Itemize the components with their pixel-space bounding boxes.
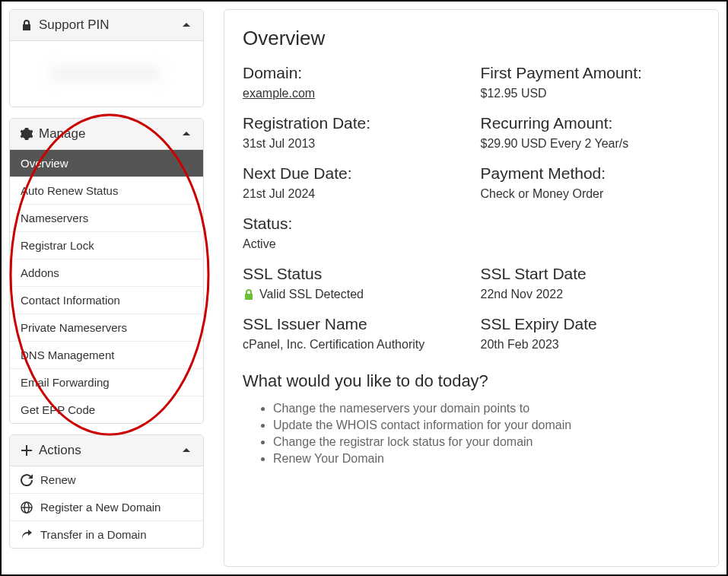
lock-icon xyxy=(21,19,33,31)
manage-panel: Manage OverviewAuto Renew StatusNameserv… xyxy=(9,118,204,424)
sidebar: Support PIN XXXXXXXX Manage xyxy=(9,9,204,567)
manage-item-registrar-lock[interactable]: Registrar Lock xyxy=(10,232,203,259)
due-date-value: 21st Jul 2024 xyxy=(243,187,463,201)
ssl-expiry-value: 20th Feb 2023 xyxy=(481,338,701,352)
domain-link[interactable]: example.com xyxy=(243,87,315,100)
first-payment-value: $12.95 USD xyxy=(481,87,701,100)
refresh-icon xyxy=(21,474,33,486)
ssl-status-block: SSL Status Valid SSL Detected xyxy=(243,265,463,301)
action-item-label: Register a New Domain xyxy=(40,501,161,514)
manage-item-overview[interactable]: Overview xyxy=(10,150,203,177)
support-pin-body: XXXXXXXX xyxy=(10,41,203,107)
todo-item[interactable]: Renew Your Domain xyxy=(273,452,700,466)
status-block: Status: Active xyxy=(243,215,700,251)
payment-method-value: Check or Money Order xyxy=(481,187,701,201)
manage-item-dns-management[interactable]: DNS Management xyxy=(10,342,203,369)
ssl-start-block: SSL Start Date 22nd Nov 2022 xyxy=(481,265,701,301)
chevron-up-icon xyxy=(180,444,192,457)
actions-panel: Actions RenewRegister a New DomainTransf… xyxy=(9,434,204,549)
manage-title: Manage xyxy=(39,126,85,142)
ssl-expiry-label: SSL Expiry Date xyxy=(481,315,701,333)
manage-item-auto-renew-status[interactable]: Auto Renew Status xyxy=(10,177,203,205)
reg-date-value: 31st Jul 2013 xyxy=(243,137,463,151)
manage-menu: OverviewAuto Renew StatusNameserversRegi… xyxy=(10,150,203,423)
manage-header[interactable]: Manage xyxy=(10,119,203,150)
domain-label: Domain: xyxy=(243,64,463,82)
reg-date-block: Registration Date: 31st Jul 2013 xyxy=(243,114,463,151)
action-item-label: Transfer in a Domain xyxy=(40,528,147,541)
support-pin-header[interactable]: Support PIN xyxy=(10,10,203,41)
due-date-block: Next Due Date: 21st Jul 2024 xyxy=(243,164,463,201)
action-item-label: Renew xyxy=(40,473,76,486)
chevron-up-icon xyxy=(180,19,192,31)
todo-item[interactable]: Change the nameservers your domain point… xyxy=(273,402,700,415)
first-payment-label: First Payment Amount: xyxy=(481,64,701,82)
payment-method-label: Payment Method: xyxy=(481,164,701,183)
ssl-status-value: Valid SSL Detected xyxy=(259,288,364,301)
actions-menu: RenewRegister a New DomainTransfer in a … xyxy=(10,466,203,548)
due-date-label: Next Due Date: xyxy=(243,164,463,183)
todo-item[interactable]: Update the WHOIS contact information for… xyxy=(273,418,700,432)
padlock-green-icon xyxy=(243,288,255,301)
ssl-issuer-value: cPanel, Inc. Certification Authority xyxy=(243,338,463,352)
first-payment-block: First Payment Amount: $12.95 USD xyxy=(481,64,701,100)
status-value: Active xyxy=(243,237,700,251)
manage-item-contact-information[interactable]: Contact Information xyxy=(10,287,203,314)
todo-prompt: What would you like to do today? xyxy=(243,371,700,391)
action-item-transfer-in-a-domain[interactable]: Transfer in a Domain xyxy=(10,521,203,548)
ssl-status-label: SSL Status xyxy=(243,265,463,283)
manage-item-get-epp-code[interactable]: Get EPP Code xyxy=(10,396,203,423)
domain-block: Domain: example.com xyxy=(243,64,463,100)
page-title: Overview xyxy=(243,27,700,50)
support-pin-panel: Support PIN XXXXXXXX xyxy=(9,9,204,107)
plus-icon xyxy=(21,444,33,457)
ssl-issuer-block: SSL Issuer Name cPanel, Inc. Certificati… xyxy=(243,315,463,352)
ssl-start-label: SSL Start Date xyxy=(481,265,701,283)
ssl-issuer-label: SSL Issuer Name xyxy=(243,315,463,333)
actions-header[interactable]: Actions xyxy=(10,435,203,466)
recurring-value: $29.90 USD Every 2 Year/s xyxy=(481,137,701,151)
action-item-renew[interactable]: Renew xyxy=(10,466,203,494)
manage-panel-wrap: Manage OverviewAuto Renew StatusNameserv… xyxy=(9,118,204,424)
manage-item-addons[interactable]: Addons xyxy=(10,259,203,287)
main-content: Overview Domain: example.com First Payme… xyxy=(224,9,719,567)
manage-item-email-forwarding[interactable]: Email Forwarding xyxy=(10,369,203,396)
gear-icon xyxy=(21,128,33,140)
manage-item-private-nameservers[interactable]: Private Nameservers xyxy=(10,314,203,342)
todo-list: Change the nameservers your domain point… xyxy=(243,402,700,466)
action-item-register-a-new-domain[interactable]: Register a New Domain xyxy=(10,494,203,521)
ssl-expiry-block: SSL Expiry Date 20th Feb 2023 xyxy=(481,315,701,352)
support-pin-value: XXXXXXXX xyxy=(52,63,161,84)
actions-title: Actions xyxy=(39,443,81,458)
recurring-label: Recurring Amount: xyxy=(481,114,701,132)
ssl-start-value: 22nd Nov 2022 xyxy=(481,288,701,301)
share-icon xyxy=(21,529,33,541)
status-label: Status: xyxy=(243,215,700,233)
info-grid: Domain: example.com First Payment Amount… xyxy=(243,64,700,352)
recurring-block: Recurring Amount: $29.90 USD Every 2 Yea… xyxy=(481,114,701,151)
todo-item[interactable]: Change the registrar lock status for you… xyxy=(273,435,700,449)
reg-date-label: Registration Date: xyxy=(243,114,463,132)
chevron-up-icon xyxy=(180,128,192,140)
support-pin-title: Support PIN xyxy=(39,18,110,33)
manage-item-nameservers[interactable]: Nameservers xyxy=(10,205,203,232)
payment-method-block: Payment Method: Check or Money Order xyxy=(481,164,701,201)
globe-icon xyxy=(21,501,33,514)
